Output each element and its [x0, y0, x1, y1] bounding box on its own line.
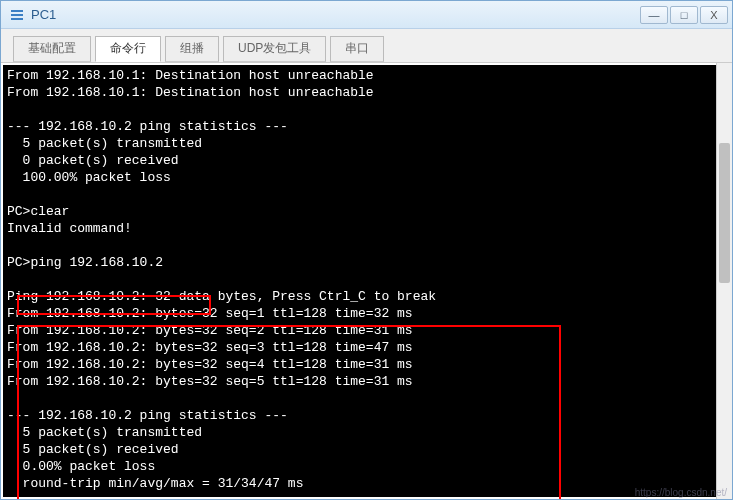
term-line: From 192.168.10.2: bytes=32 seq=1 ttl=12… [7, 306, 413, 321]
tab-row: 基础配置 命令行 组播 UDP发包工具 串口 [1, 29, 732, 63]
term-line: 100.00% packet loss [7, 170, 171, 185]
scroll-thumb[interactable] [719, 143, 730, 283]
tab-multicast[interactable]: 组播 [165, 36, 219, 62]
terminal[interactable]: From 192.168.10.1: Destination host unre… [3, 65, 730, 497]
term-line: From 192.168.10.2: bytes=32 seq=5 ttl=12… [7, 374, 413, 389]
scrollbar[interactable] [716, 63, 732, 499]
term-line: Invalid command! [7, 221, 132, 236]
window-buttons: — □ X [640, 6, 728, 24]
watermark: https://blog.csdn.net/ [635, 487, 727, 498]
term-line: 5 packet(s) transmitted [7, 425, 202, 440]
term-line: From 192.168.10.2: bytes=32 seq=3 ttl=12… [7, 340, 413, 355]
term-line: --- 192.168.10.2 ping statistics --- [7, 119, 288, 134]
app-icon [9, 7, 25, 23]
term-line: From 192.168.10.1: Destination host unre… [7, 68, 374, 83]
app-window: PC1 — □ X 基础配置 命令行 组播 UDP发包工具 串口 From 19… [0, 0, 733, 500]
maximize-button[interactable]: □ [670, 6, 698, 24]
term-line: From 192.168.10.2: bytes=32 seq=2 ttl=12… [7, 323, 413, 338]
tab-command-line[interactable]: 命令行 [95, 36, 161, 62]
term-line: PC>clear [7, 204, 69, 219]
term-line: 5 packet(s) received [7, 442, 179, 457]
tab-basic-config[interactable]: 基础配置 [13, 36, 91, 62]
window-title: PC1 [31, 7, 640, 22]
titlebar[interactable]: PC1 — □ X [1, 1, 732, 29]
tab-udp-tool[interactable]: UDP发包工具 [223, 36, 326, 62]
term-line: PC>ping 192.168.10.2 [7, 255, 163, 270]
term-line: --- 192.168.10.2 ping statistics --- [7, 408, 288, 423]
close-button[interactable]: X [700, 6, 728, 24]
minimize-button[interactable]: — [640, 6, 668, 24]
term-line: 5 packet(s) transmitted [7, 136, 202, 151]
terminal-wrap: From 192.168.10.1: Destination host unre… [1, 63, 732, 499]
term-line: 0.00% packet loss [7, 459, 155, 474]
tab-serial[interactable]: 串口 [330, 36, 384, 62]
term-line: From 192.168.10.2: bytes=32 seq=4 ttl=12… [7, 357, 413, 372]
term-line: Ping 192.168.10.2: 32 data bytes, Press … [7, 289, 436, 304]
term-line: From 192.168.10.1: Destination host unre… [7, 85, 374, 100]
term-line: 0 packet(s) received [7, 153, 179, 168]
term-line: round-trip min/avg/max = 31/34/47 ms [7, 476, 303, 491]
